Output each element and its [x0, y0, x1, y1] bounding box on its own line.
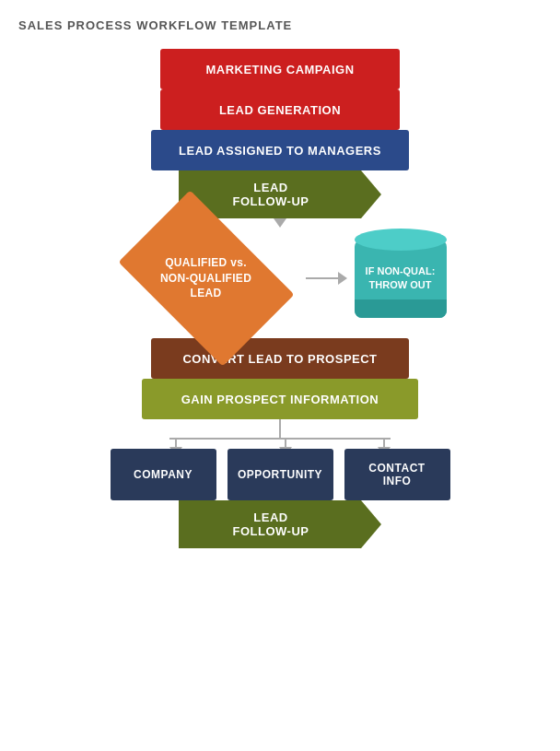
- non-qual-text: IF NON-QUAL: THROW OUT: [361, 264, 440, 293]
- company-col: COMPANY: [111, 449, 216, 500]
- contact-info-box: CONTACT INFO: [344, 449, 450, 500]
- branch-stem: [279, 419, 281, 438]
- three-col-section: COMPANY OPPORTUNITY CONTACT INFO: [111, 449, 450, 500]
- non-qual-cylinder: IF NON-QUAL: THROW OUT: [355, 240, 447, 318]
- lead-assigned-box: LEAD ASSIGNED TO MANAGERS: [151, 130, 409, 170]
- arrow-right-line: [306, 277, 338, 279]
- arrow-right-head: [338, 272, 347, 285]
- lead-followup-2-box: LEAD FOLLOW-UP: [179, 500, 381, 548]
- marketing-campaign-box: MARKETING CAMPAIGN: [160, 49, 400, 89]
- lead-generation-box: LEAD GENERATION: [160, 89, 400, 130]
- contact-info-col: CONTACT INFO: [344, 449, 450, 500]
- opportunity-col: OPPORTUNITY: [228, 449, 333, 500]
- flowchart: MARKETING CAMPAIGN LEAD GENERATION LEAD …: [9, 49, 551, 548]
- gain-info-box: GAIN PROSPECT INFORMATION: [142, 379, 418, 419]
- qualified-diamond-text: QUALIFIED vs. NON-QUALIFIED LEAD: [160, 255, 251, 301]
- convert-box: CONVERT LEAD TO PROSPECT: [151, 338, 409, 379]
- opportunity-box: OPPORTUNITY: [228, 449, 333, 500]
- qualified-diamond-wrapper: QUALIFIED vs. NON-QUALIFIED LEAD: [114, 218, 298, 338]
- company-box: COMPANY: [111, 449, 216, 500]
- contact-info-text: CONTACT INFO: [368, 462, 425, 487]
- branch-connector: [123, 419, 437, 449]
- diamond-row: QUALIFIED vs. NON-QUALIFIED LEAD IF NON-…: [9, 218, 551, 338]
- page-title: SALES PROCESS WORKFLOW TEMPLATE: [18, 18, 551, 32]
- lead-followup-2-text: LEAD FOLLOW-UP: [233, 510, 309, 538]
